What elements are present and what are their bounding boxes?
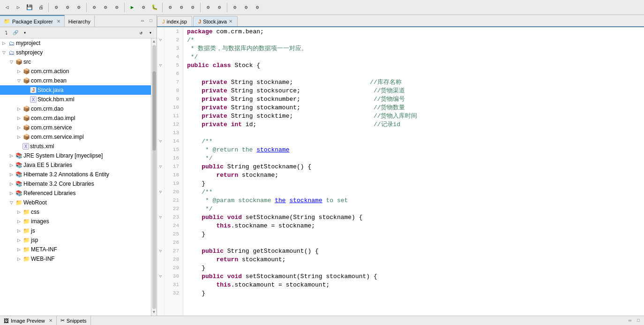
tree-toggle-java-ee-5[interactable]: ▷ xyxy=(7,161,15,169)
tree-item-com.crm.dao[interactable]: ▷📦com.crm.dao xyxy=(0,104,157,113)
toolbar-btn10[interactable]: ⚙ xyxy=(165,2,175,13)
fold-marker-17[interactable]: ▽ xyxy=(157,162,164,171)
toolbar-btn17[interactable]: ⚙ xyxy=(252,2,262,13)
tree-item-META-INF[interactable]: ▷📁META-INF xyxy=(0,245,157,254)
toolbar-debug[interactable]: 🐛 xyxy=(150,2,160,13)
tree-toggle-sshprojecy[interactable]: ▽ xyxy=(0,49,7,56)
fold-marker-14[interactable]: ▽ xyxy=(157,137,164,145)
tree-toggle-META-INF[interactable]: ▷ xyxy=(15,246,22,253)
tree-item-com.crm.service[interactable]: ▷📦com.crm.service xyxy=(0,123,157,132)
tree-toggle-css[interactable]: ▷ xyxy=(15,208,22,216)
tree-item-struts.xml[interactable]: Xstruts.xml xyxy=(0,142,157,151)
fold-marker-23[interactable]: ▽ xyxy=(157,213,164,221)
tree-toggle-js[interactable]: ▷ xyxy=(15,227,22,234)
package-explorer-tree[interactable]: ▷🗂myproject▽🗂sshprojecy▽📦src▷📦com.crm.ac… xyxy=(0,38,157,316)
tree-toggle-com.crm.service.impl[interactable]: ▷ xyxy=(15,133,22,141)
tree-toggle-struts.xml[interactable] xyxy=(15,143,22,150)
stock-java-close[interactable]: ✕ xyxy=(229,19,232,24)
tree-item-com.crm.action[interactable]: ▷📦com.crm.action xyxy=(0,67,157,76)
toolbar-forward[interactable]: ▷ xyxy=(13,2,23,13)
tree-toggle-Stock.java[interactable] xyxy=(22,86,30,94)
bottom-minimize-btn[interactable]: ▭ xyxy=(626,317,634,325)
tab-index-jsp[interactable]: J index.jsp xyxy=(157,16,192,26)
toolbar-btn4[interactable]: ⚙ xyxy=(62,2,73,13)
toolbar-btn13[interactable]: ⚙ xyxy=(203,2,213,13)
explorer-filter-btn[interactable]: ▾ xyxy=(146,29,155,37)
tree-item-hibernate-core[interactable]: ▷📚Hibernate 3.2 Core Libraries xyxy=(0,179,157,189)
tree-item-sshprojecy[interactable]: ▽🗂sshprojecy xyxy=(0,48,157,57)
tree-toggle-hibernate-core[interactable]: ▷ xyxy=(7,180,15,188)
explorer-menu-btn[interactable]: ▾ xyxy=(21,29,29,37)
fold-marker-5[interactable]: ▽ xyxy=(157,61,164,69)
code-editor[interactable]: ▽▽▽▽▽▽▽▽ 1234567891011121314151617181920… xyxy=(157,27,644,316)
tree-item-src[interactable]: ▽📦src xyxy=(0,57,157,67)
tree-toggle-com.crm.dao[interactable]: ▷ xyxy=(15,105,22,113)
tree-item-Stock.java[interactable]: JStock.java xyxy=(0,85,157,95)
tab-close-icon[interactable]: ✕ xyxy=(57,19,60,24)
tree-toggle-com.crm.dao.impl[interactable]: ▷ xyxy=(15,114,22,122)
toolbar-btn1[interactable]: 💾 xyxy=(24,2,35,13)
tree-toggle-WEB-INF[interactable]: ▷ xyxy=(15,255,22,263)
tree-toggle-myproject[interactable]: ▷ xyxy=(0,39,7,47)
toolbar-btn12[interactable]: ⚙ xyxy=(187,2,198,13)
tree-item-hibernate-annotations[interactable]: ▷📚Hibernate 3.2 Annotations & Entity xyxy=(0,170,157,179)
toolbar-back[interactable]: ◁ xyxy=(2,2,12,13)
scroll-down-btn[interactable]: ▼ xyxy=(153,310,155,315)
fold-marker-27[interactable]: ▽ xyxy=(157,247,164,255)
tree-toggle-hibernate-annotations[interactable]: ▷ xyxy=(7,171,15,178)
image-preview-close[interactable]: ✕ xyxy=(49,318,52,323)
tree-item-com.crm.dao.impl[interactable]: ▷📦com.crm.dao.impl xyxy=(0,113,157,123)
tree-item-webroot[interactable]: ▽📁WebRoot xyxy=(0,198,157,207)
toolbar-run[interactable]: ▶ xyxy=(127,2,137,13)
sync-btn[interactable]: ↺ xyxy=(137,29,145,37)
bottom-maximize-btn[interactable]: □ xyxy=(635,317,642,325)
fold-marker-2[interactable]: ▽ xyxy=(157,36,164,44)
tree-item-Stock.hbm.xml[interactable]: XStock.hbm.xml xyxy=(0,95,157,104)
toolbar-btn6[interactable]: ⚙ xyxy=(89,2,99,13)
tree-toggle-webroot[interactable]: ▽ xyxy=(7,199,15,206)
fold-marker-20[interactable]: ▽ xyxy=(157,188,164,196)
tree-toggle-src[interactable]: ▽ xyxy=(7,58,15,66)
tree-item-myproject[interactable]: ▷🗂myproject xyxy=(0,38,157,48)
tree-toggle-jre-system-library[interactable]: ▷ xyxy=(7,152,15,159)
toolbar-btn15[interactable]: ⚙ xyxy=(230,2,240,13)
tree-item-referenced-libraries[interactable]: ▷📚Referenced Libraries xyxy=(0,189,157,198)
toolbar-btn5[interactable]: ⚙ xyxy=(74,2,84,13)
tree-item-jsp[interactable]: ▷📁jsp xyxy=(0,235,157,245)
tree-item-com.crm.bean[interactable]: ▽📦com.crm.bean xyxy=(0,76,157,85)
toolbar-btn7[interactable]: ⚙ xyxy=(100,2,111,13)
tree-item-images[interactable]: ▷📁images xyxy=(0,217,157,226)
tab-stock-java[interactable]: J Stock.java ✕ xyxy=(193,16,238,26)
tree-toggle-images[interactable]: ▷ xyxy=(15,218,22,225)
toolbar-btn11[interactable]: ⚙ xyxy=(176,2,187,13)
tab-hierarchy[interactable]: Hierarchy xyxy=(65,15,95,27)
vertical-scrollbar[interactable]: ▲ ▼ xyxy=(151,38,157,316)
maximize-btn[interactable]: □ xyxy=(147,17,155,25)
toolbar-btn14[interactable]: ⚙ xyxy=(214,2,225,13)
tree-item-WEB-INF[interactable]: ▷📁WEB-INF xyxy=(0,254,157,264)
toolbar-btn8[interactable]: ⚙ xyxy=(112,2,122,13)
toolbar-btn9[interactable]: ⚙ xyxy=(138,2,149,13)
tree-item-jre-system-library[interactable]: ▷📚JRE System Library [myeclipse] xyxy=(0,151,157,160)
tree-toggle-jsp[interactable]: ▷ xyxy=(15,236,22,244)
toolbar-btn2[interactable]: 🖨 xyxy=(36,2,46,13)
tree-toggle-Stock.hbm.xml[interactable] xyxy=(22,96,30,103)
tab-package-explorer[interactable]: 📁 Package Explorer ✕ xyxy=(0,15,65,27)
tree-toggle-com.crm.action[interactable]: ▷ xyxy=(15,68,22,75)
link-editor-btn[interactable]: 🔗 xyxy=(11,29,20,37)
tree-item-java-ee-5[interactable]: ▷📚Java EE 5 Libraries xyxy=(0,160,157,170)
toolbar-btn16[interactable]: ⚙ xyxy=(241,2,251,13)
code-content[interactable]: package com.crm.bean;/* * 数据类，与数据库内的数据项一… xyxy=(183,27,644,316)
tree-item-css[interactable]: ▷📁css xyxy=(0,207,157,217)
minimize-btn[interactable]: ▭ xyxy=(139,17,146,25)
fold-gutter[interactable]: ▽▽▽▽▽▽▽▽ xyxy=(157,27,165,316)
tree-toggle-referenced-libraries[interactable]: ▷ xyxy=(7,189,15,197)
tab-image-preview[interactable]: 🖼 Image Preview ✕ xyxy=(0,316,57,325)
scroll-thumb[interactable] xyxy=(152,45,156,309)
tree-item-js[interactable]: ▷📁js xyxy=(0,226,157,235)
fold-marker-30[interactable]: ▽ xyxy=(157,272,164,280)
tree-toggle-com.crm.bean[interactable]: ▽ xyxy=(15,77,22,84)
toolbar-btn3[interactable]: ⚙ xyxy=(51,2,61,13)
scroll-up-btn[interactable]: ▲ xyxy=(153,39,155,44)
collapse-all-btn[interactable]: ⤵ xyxy=(2,29,10,37)
